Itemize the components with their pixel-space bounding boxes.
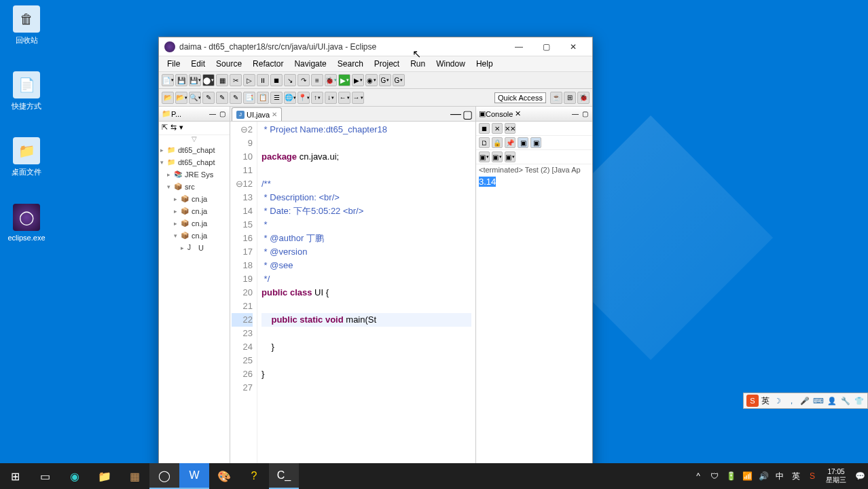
menu-source[interactable]: Source xyxy=(211,58,247,70)
tree-item[interactable]: ▸JU xyxy=(160,242,228,254)
save-all-button[interactable]: 💾 xyxy=(189,74,201,86)
new-console-button[interactable]: ▣ xyxy=(492,151,503,162)
close-tab-button[interactable]: ✕ xyxy=(272,111,277,118)
tree-item[interactable]: ▾📁dt65_chapt xyxy=(160,156,228,168)
search-button[interactable]: 🔍 xyxy=(189,92,201,104)
tray-battery-icon[interactable]: 🔋 xyxy=(724,469,738,483)
tree-item[interactable]: ▾📦src xyxy=(160,181,228,193)
open-console-button[interactable]: ▣ xyxy=(530,137,541,148)
scroll-lock-button[interactable]: 🔒 xyxy=(492,137,503,148)
toggle-button[interactable]: ▦ xyxy=(216,74,228,86)
mic-icon[interactable]: 🎤 xyxy=(799,395,810,406)
app1-button[interactable]: ▦ xyxy=(120,463,149,489)
start-button[interactable]: ⊞ xyxy=(0,463,30,489)
maximize-button[interactable]: ▢ xyxy=(532,39,560,55)
sogou-icon[interactable]: S xyxy=(746,395,759,407)
open-type-button[interactable]: 📂 xyxy=(162,92,174,104)
resume-button[interactable]: ▷ xyxy=(243,74,255,86)
newclass-button[interactable]: G xyxy=(379,74,391,86)
menu-search[interactable]: Search xyxy=(332,58,369,70)
comma-icon[interactable]: ， xyxy=(786,395,797,406)
desktop-icon-recycle[interactable]: 🗑 回收站 xyxy=(3,5,50,46)
newpackage-button[interactable]: G xyxy=(393,74,405,86)
local-button[interactable]: 🌐 xyxy=(284,92,296,104)
next-ann-button[interactable]: ✎ xyxy=(216,92,228,104)
notifications-icon[interactable]: 💬 xyxy=(853,469,867,483)
forward-button[interactable]: → xyxy=(352,92,364,104)
menu-run[interactable]: Run xyxy=(405,58,431,70)
wps-task-button[interactable]: W xyxy=(179,463,209,489)
stepinto-button[interactable]: ↘ xyxy=(284,74,296,86)
editor-tab-ui[interactable]: J UI.java ✕ xyxy=(232,107,282,121)
editor-minimize-button[interactable]: — xyxy=(450,108,461,121)
coverage-button[interactable]: ◉ xyxy=(365,74,378,86)
terminate-button[interactable]: ⏹ xyxy=(270,74,283,86)
remove-launch-button[interactable]: ✕ xyxy=(492,123,503,134)
tray-up-icon[interactable]: ^ xyxy=(691,469,705,483)
desktop-icon-folder[interactable]: 📁 桌面文件 xyxy=(3,137,50,177)
tray-shield-icon[interactable]: 🛡 xyxy=(708,469,721,483)
save-button[interactable]: 💾 xyxy=(175,74,187,86)
perspective-debug-button[interactable]: 🐞 xyxy=(577,92,590,104)
build-button[interactable]: ⬤ xyxy=(202,74,215,86)
run-last-button[interactable]: ▶ xyxy=(352,74,364,86)
menu-window[interactable]: Window xyxy=(431,58,471,70)
keyboard-icon[interactable]: ⌨ xyxy=(813,395,824,406)
prev-ann-button[interactable]: ✎ xyxy=(230,92,242,104)
maximize-view-button[interactable]: ▢ xyxy=(217,109,227,119)
menu-navigate[interactable]: Navigate xyxy=(289,58,331,70)
tray-wifi-icon[interactable]: 📶 xyxy=(740,469,754,483)
tree-item[interactable]: ▾📦cn.ja xyxy=(160,230,228,242)
tree-item[interactable]: ▸📦cn.ja xyxy=(160,217,228,230)
view-menu-button[interactable]: ▾ xyxy=(179,123,183,133)
code-area[interactable]: * Project Name:dt65_chapter18 package cn… xyxy=(257,122,475,471)
mark-button[interactable]: 📑 xyxy=(243,92,255,104)
package-tree[interactable]: ▸📁dt65_chapt▾📁dt65_chapt▸📚JRE Sys▾📦src▸📦… xyxy=(159,143,230,255)
eclipse-task-button[interactable]: ◯ xyxy=(149,463,179,489)
paint-button[interactable]: 🎨 xyxy=(209,463,239,489)
display-button[interactable]: ▣ xyxy=(479,151,490,162)
console-tab-label[interactable]: Console xyxy=(486,110,513,118)
wrap-button[interactable]: ≡ xyxy=(311,74,323,86)
remove-all-button[interactable]: ✕✕ xyxy=(505,123,516,134)
desktop-icon-eclipse[interactable]: ◯ eclipse.exe xyxy=(3,204,50,242)
code-editor[interactable]: ⊖291011⊖12131415161718192021222324252627… xyxy=(230,122,475,471)
close-button[interactable]: ✕ xyxy=(560,39,587,55)
help-button[interactable]: ? xyxy=(239,463,269,489)
moon-icon[interactable]: ☽ xyxy=(772,395,783,406)
tree-item[interactable]: ▸📦cn.ja xyxy=(160,193,228,205)
explorer-button[interactable]: 📁 xyxy=(90,463,120,489)
new-button[interactable]: 📄 xyxy=(162,74,174,86)
stepover-button[interactable]: ↷ xyxy=(297,74,310,86)
console-maximize-button[interactable]: ▢ xyxy=(580,109,590,119)
ime-lang-label[interactable]: 英 xyxy=(761,395,770,407)
console-output[interactable]: 3.14 xyxy=(476,175,592,471)
console-minimize-button[interactable]: — xyxy=(571,109,580,119)
edge-button[interactable]: ◉ xyxy=(60,463,90,489)
desktop-icon-shortcut[interactable]: 📄 快捷方式 xyxy=(3,71,50,111)
editor-maximize-button[interactable]: ▢ xyxy=(463,108,473,121)
pin-console-button[interactable]: 📌 xyxy=(505,137,516,148)
pane-tab-label[interactable]: P... xyxy=(171,110,181,118)
taskbar-clock[interactable]: 17:05 星期三 xyxy=(820,468,852,484)
user-icon[interactable]: 👤 xyxy=(827,395,837,406)
tray-ime-en-icon[interactable]: 英 xyxy=(789,469,803,483)
skip-button[interactable]: ✂ xyxy=(230,74,242,86)
shirt-icon[interactable]: 👕 xyxy=(854,395,865,406)
menu-refactor[interactable]: Refactor xyxy=(247,58,289,70)
show-console-button[interactable]: ▣ xyxy=(518,137,528,148)
back-button[interactable]: ← xyxy=(338,92,350,104)
suspend-button[interactable]: ⏸ xyxy=(257,74,269,86)
cmd-button[interactable]: C_ xyxy=(269,463,299,489)
menu-help[interactable]: Help xyxy=(471,58,499,70)
pin-button[interactable]: 📍 xyxy=(297,92,310,104)
minimize-view-button[interactable]: — xyxy=(208,109,217,119)
up-button[interactable]: ↑ xyxy=(311,92,323,104)
terminate-console-button[interactable]: ⏹ xyxy=(479,123,490,134)
menu-project[interactable]: Project xyxy=(369,58,405,70)
taskview-button[interactable]: ▭ xyxy=(30,463,60,489)
outline-button[interactable]: ☰ xyxy=(270,92,283,104)
tray-sound-icon[interactable]: 🔊 xyxy=(757,469,770,483)
annotate-button[interactable]: ✎ xyxy=(202,92,215,104)
tree-item[interactable]: ▸📦cn.ja xyxy=(160,205,228,217)
